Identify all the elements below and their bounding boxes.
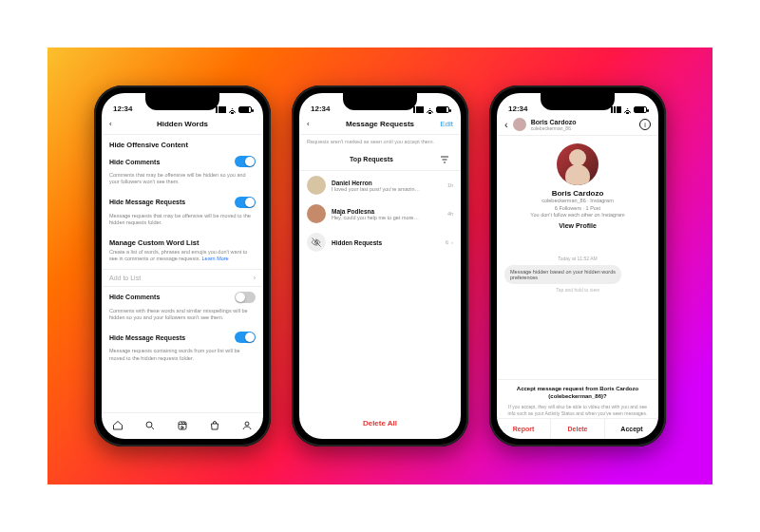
hidden-requests-row[interactable]: Hidden Requests 6 ›: [299, 228, 461, 256]
label-hide-msgreq-2: Hide Message Requests: [109, 334, 235, 341]
requests-note: Requests aren't marked as seen until you…: [299, 135, 461, 148]
edit-button[interactable]: Edit: [430, 120, 453, 128]
view-profile-button[interactable]: View Profile: [559, 222, 597, 229]
cellular-icon: [216, 106, 226, 113]
header-username: colebeckerman_86: [531, 125, 577, 131]
accept-help: If you accept, they will also be able to…: [504, 404, 651, 416]
help-hide-msgreq-2: Message requests containing words from y…: [102, 348, 263, 368]
toggle-hide-comments[interactable]: [235, 156, 256, 167]
chat-header: ‹ Boris Cardozo colebeckerman_86 i: [497, 114, 658, 136]
status-time: 12:34: [113, 104, 132, 113]
tab-top-requests[interactable]: Top Requests: [307, 152, 436, 166]
report-button[interactable]: Report: [497, 419, 551, 439]
wifi-icon: [623, 105, 632, 114]
row-hide-comments-2[interactable]: Hide Comments: [102, 287, 263, 308]
settings-content[interactable]: Hide Offensive Content Hide Comments Com…: [102, 135, 263, 412]
page-title: Hidden Words: [157, 120, 208, 128]
phone-notch: [541, 93, 615, 110]
request-name: Daniel Herron: [332, 180, 442, 186]
accept-button[interactable]: Accept: [605, 419, 658, 439]
row-hide-msgreq-2[interactable]: Hide Message Requests: [102, 327, 263, 348]
profile-avatar[interactable]: [557, 143, 598, 185]
tab-profile[interactable]: [240, 419, 254, 432]
request-row[interactable]: Maja Podlesna Hey, could you help me to …: [299, 200, 461, 228]
battery-icon: [436, 106, 449, 113]
filter-button[interactable]: [436, 154, 453, 165]
learn-more-link[interactable]: Learn More: [202, 256, 229, 261]
back-button[interactable]: ‹: [307, 120, 330, 128]
battery-icon: [238, 106, 252, 113]
hidden-message-bubble[interactable]: Message hidden based on your hidden word…: [504, 265, 621, 284]
tap-hold-hint: Tap and hold to view: [504, 287, 651, 293]
filter-icon: [439, 154, 450, 165]
status-time: 12:34: [508, 104, 527, 113]
profile-mutual: You don't follow each other on Instagram: [504, 212, 651, 218]
tab-bar: [102, 412, 263, 439]
delete-button[interactable]: Delete: [551, 419, 605, 439]
home-icon: [112, 420, 124, 431]
back-button[interactable]: ‹: [504, 119, 508, 130]
wifi-icon: [426, 105, 434, 114]
search-icon: [144, 420, 156, 431]
screen-hidden-words: 12:34 ‹ Hidden Words Hide Offensive Cont…: [102, 93, 263, 439]
tab-search[interactable]: [143, 419, 157, 432]
delete-all-button[interactable]: Delete All: [299, 409, 461, 439]
label-hide-msgreq: Hide Message Requests: [109, 199, 235, 205]
wifi-icon: [228, 105, 237, 114]
profile-name: Boris Cardozo: [504, 189, 651, 198]
eye-off-icon: [311, 237, 322, 248]
request-time: 1h: [447, 182, 453, 188]
tab-reels[interactable]: [176, 419, 189, 432]
status-icons: [611, 104, 647, 113]
header-avatar[interactable]: [513, 118, 526, 131]
profile-stats: 6 Followers · 1 Post: [504, 205, 651, 211]
hidden-requests-label: Hidden Requests: [332, 239, 440, 246]
info-icon: i: [644, 122, 646, 128]
chat-area: Today at 11:52 AM Message hidden based o…: [497, 233, 658, 298]
status-time: 12:34: [311, 104, 330, 113]
battery-icon: [634, 106, 647, 113]
request-preview: I loved your last post! you're amazin…: [332, 186, 442, 192]
page-title: Message Requests: [346, 120, 414, 128]
add-to-list-input[interactable]: Add to List ›: [102, 269, 263, 287]
info-button[interactable]: i: [639, 119, 651, 130]
requests-list[interactable]: Daniel Herron I loved your last post! yo…: [299, 171, 461, 409]
toggle-hide-msgreq[interactable]: [235, 197, 256, 208]
request-preview: Hey, could you help me to get more…: [332, 215, 442, 220]
row-hide-comments[interactable]: Hide Comments: [102, 151, 263, 172]
status-icons: [216, 104, 252, 113]
tab-home[interactable]: [111, 419, 124, 432]
toggle-hide-msgreq-2[interactable]: [235, 332, 256, 343]
label-hide-comments-2: Hide Comments: [109, 294, 235, 300]
request-time: 4h: [447, 211, 453, 217]
phone-chat-request: 12:34 ‹ Boris Cardozo colebeckerman_86 i: [489, 86, 666, 446]
add-to-list-placeholder: Add to List: [109, 275, 141, 281]
row-hide-msgreq[interactable]: Hide Message Requests: [102, 192, 263, 213]
tab-shop[interactable]: [208, 419, 221, 432]
request-row[interactable]: Daniel Herron I loved your last post! yo…: [299, 171, 461, 200]
chat-content[interactable]: Boris Cardozo colebeckerman_86 · Instagr…: [497, 136, 658, 379]
request-name: Maja Podlesna: [332, 208, 442, 215]
phone-notch: [145, 93, 219, 110]
shop-icon: [209, 420, 220, 431]
profile-icon: [241, 420, 253, 431]
cellular-icon: [413, 106, 424, 113]
gradient-stage: 12:34 ‹ Hidden Words Hide Offensive Cont…: [48, 48, 712, 484]
screen-chat-request: 12:34 ‹ Boris Cardozo colebeckerman_86 i: [497, 93, 658, 439]
help-hide-msgreq: Message requests that may be offensive w…: [102, 213, 263, 233]
nav-header: ‹ Message Requests Edit: [299, 114, 461, 135]
header-name: Boris Cardozo: [531, 119, 577, 125]
chat-timestamp: Today at 11:52 AM: [504, 256, 651, 261]
reels-icon: [177, 420, 188, 431]
help-custom: Create a list of words, phrases and emoj…: [102, 249, 263, 269]
section-offensive: Hide Offensive Content: [102, 135, 263, 151]
help-hide-comments-2: Comments with these words and similar mi…: [102, 308, 263, 328]
chevron-right-icon: ›: [254, 275, 256, 281]
nav-header: ‹ Hidden Words: [102, 114, 263, 135]
cellular-icon: [611, 106, 621, 113]
avatar: [307, 204, 326, 223]
phone-message-requests: 12:34 ‹ Message Requests Edit Requests a…: [292, 86, 468, 446]
back-button[interactable]: ‹: [109, 120, 132, 128]
svg-point-0: [146, 422, 152, 428]
toggle-hide-comments-2[interactable]: [235, 292, 256, 303]
